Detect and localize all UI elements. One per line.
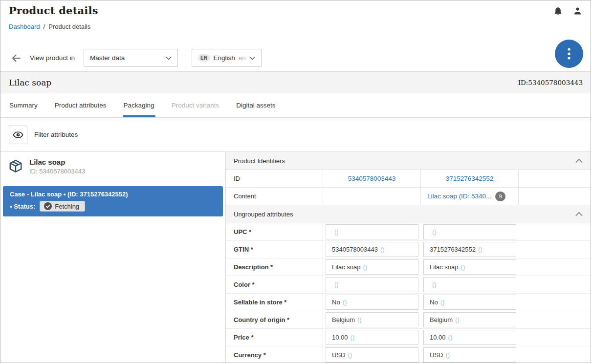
empty-cell	[519, 276, 591, 294]
value-field[interactable]: Lilac soap()	[326, 259, 418, 275]
kebab-menu-icon	[568, 47, 570, 60]
tab-digital-assets[interactable]: Digital assets	[235, 93, 276, 117]
table-row-description: Description * Lilac soap() Lilac soap()	[226, 258, 591, 276]
value-field[interactable]: ()	[326, 224, 418, 239]
field-value: No	[430, 299, 438, 306]
field-value: USD	[332, 351, 345, 359]
field-value: No	[332, 299, 340, 306]
tab-product-attributes[interactable]: Product attributes	[54, 93, 108, 117]
value-field[interactable]: USD()	[326, 347, 418, 363]
value-field[interactable]: 3715276342552()	[423, 242, 516, 257]
table-row-id: ID 5340578003443 3715276342552	[226, 170, 591, 188]
product-tabs: Summary Product attributes Packaging Pro…	[0, 93, 591, 118]
row-label: GTIN *	[226, 241, 323, 258]
row-label: Price *	[226, 329, 323, 346]
empty-cell	[519, 346, 591, 363]
value-field[interactable]: No()	[423, 295, 516, 310]
main-content: Lilac soap ID: 5340578003443 Case - Lila…	[0, 152, 591, 363]
empty-cell	[519, 329, 591, 346]
value-field[interactable]: USD()	[423, 347, 516, 363]
field-value: USD	[430, 351, 443, 359]
root-node-id: ID: 5340578003443	[29, 168, 85, 175]
value-field[interactable]: 10.00()	[423, 330, 516, 345]
unit-placeholder: ()	[445, 351, 450, 359]
language-name: English	[214, 54, 235, 62]
unit-placeholder: ()	[432, 281, 437, 288]
value-field[interactable]: ()	[423, 277, 516, 292]
value-field[interactable]: 5340578003443()	[326, 242, 418, 257]
empty-cell	[323, 188, 421, 205]
breadcrumb-current: Product details	[48, 23, 90, 30]
unit-placeholder: ()	[440, 299, 445, 306]
tab-product-variants[interactable]: Product variants	[171, 93, 220, 117]
view-product-in-label: View product in	[30, 54, 75, 62]
table-row-currency: Currency * USD() USD()	[226, 346, 591, 363]
section-title: Product Identifiers	[234, 157, 575, 165]
row-label: Description *	[226, 258, 323, 276]
status-badge[interactable]: Fetching	[40, 201, 85, 212]
product-id: ID:5340578003443	[518, 79, 583, 86]
empty-cell	[519, 170, 591, 188]
product-name: Lilac soap	[9, 78, 518, 87]
section-product-identifiers: Product Identifiers	[226, 152, 591, 170]
locale-badge: EN	[198, 54, 210, 62]
empty-cell	[519, 241, 591, 258]
row-label: Country of origin *	[226, 311, 323, 329]
user-icon[interactable]	[572, 6, 583, 16]
unit-placeholder: ()	[348, 351, 352, 359]
value-field[interactable]: Belgium()	[326, 312, 418, 327]
page-title: Product details	[9, 4, 583, 17]
row-label: Currency *	[226, 346, 323, 363]
unit-placeholder: ()	[334, 281, 339, 288]
empty-cell	[519, 188, 591, 205]
value-field[interactable]: ()	[423, 224, 516, 239]
collapse-chevron-icon[interactable]	[575, 212, 583, 216]
row-label: Color *	[226, 276, 323, 294]
actions-menu-button[interactable]	[555, 40, 583, 68]
chevron-down-icon	[249, 56, 255, 60]
package-icon	[8, 159, 23, 173]
value-field[interactable]: Belgium()	[423, 312, 516, 327]
section-title: Ungrouped attributes	[234, 211, 575, 218]
table-row-content: Content Lilac soap (ID: 5340... 9	[226, 188, 591, 205]
value-field[interactable]: Lilac soap()	[423, 259, 516, 275]
tab-packaging[interactable]: Packaging	[123, 93, 155, 117]
tree-item-case-selected[interactable]: Case - Lilac soap • (ID: 3715276342552) …	[3, 186, 223, 216]
filter-attributes-button[interactable]	[9, 126, 27, 144]
field-value: Lilac soap	[430, 263, 459, 271]
bell-icon[interactable]	[553, 6, 563, 16]
value-field[interactable]: No()	[326, 295, 418, 310]
check-circle-icon	[44, 202, 52, 210]
count-badge[interactable]: 9	[495, 192, 505, 201]
value-field[interactable]: ()	[326, 277, 418, 292]
section-ungrouped-attributes: Ungrouped attributes	[226, 205, 591, 223]
table-row-country: Country of origin * Belgium() Belgium()	[226, 311, 591, 329]
back-arrow-icon[interactable]	[10, 52, 22, 64]
value-field[interactable]: 10.00()	[326, 330, 418, 345]
product-title-band: Lilac soap ID:5340578003443	[0, 71, 591, 93]
field-value: Belgium	[332, 316, 355, 323]
language-dropdown[interactable]: EN English en	[192, 49, 262, 67]
row-label: Sellable in store *	[226, 294, 323, 311]
tab-summary[interactable]: Summary	[8, 93, 39, 117]
breadcrumb: Dashboard / Product details	[9, 23, 583, 30]
context-dropdown[interactable]: Master data	[84, 49, 178, 67]
collapse-chevron-icon[interactable]	[575, 158, 583, 163]
unit-placeholder: ()	[455, 316, 460, 323]
filter-bar: Filter attributes	[0, 118, 591, 152]
unit-placeholder: ()	[478, 246, 482, 253]
table-row-upc: UPC * () ()	[226, 223, 591, 241]
product-toolbar: View product in Master data EN English e…	[0, 44, 591, 71]
breadcrumb-dashboard-link[interactable]: Dashboard	[9, 23, 40, 30]
toolbar-divider	[185, 49, 185, 67]
unit-placeholder: ()	[461, 263, 465, 271]
id-link-1[interactable]: 5340578003443	[348, 175, 396, 182]
filter-attributes-label: Filter attributes	[34, 131, 78, 138]
unit-placeholder: ()	[357, 316, 362, 323]
root-node[interactable]: Lilac soap ID: 5340578003443	[0, 152, 225, 180]
eye-icon	[13, 129, 23, 140]
id-link-2[interactable]: 3715276342552	[446, 175, 494, 182]
content-link[interactable]: Lilac soap (ID: 5340...	[427, 193, 491, 200]
page-header: Product details Dashboard / Product deta…	[0, 0, 591, 44]
context-dropdown-value: Master data	[90, 54, 166, 62]
